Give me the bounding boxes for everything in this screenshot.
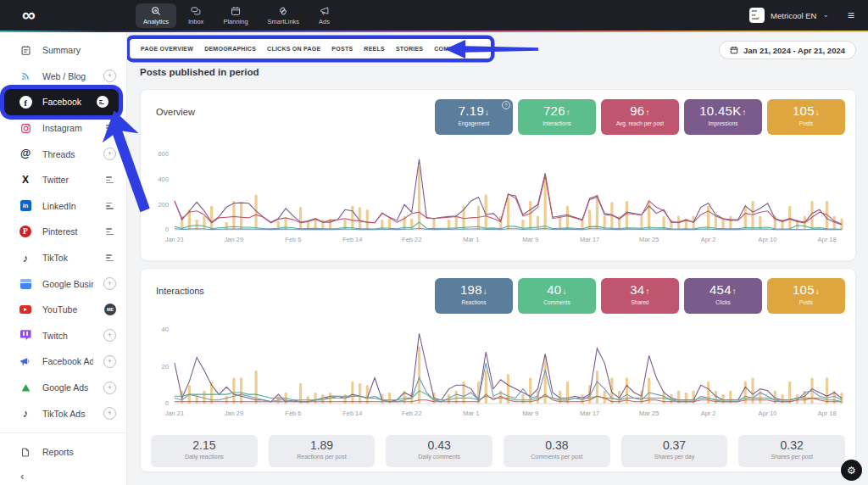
metric-card-posts[interactable]: 105↓Posts bbox=[767, 99, 845, 135]
sidebar-item-label: Google Business ... bbox=[42, 279, 93, 289]
metric-card-interactions[interactable]: 726↑Interactions bbox=[518, 99, 596, 135]
sidebar-item-twitch[interactable]: Twitch+ bbox=[0, 323, 126, 349]
metric-label: Engagement bbox=[435, 120, 513, 126]
stat-card-daily-comments[interactable]: 0.43Daily comments bbox=[386, 435, 492, 467]
metric-value: 198↓ bbox=[435, 282, 513, 298]
svg-text:Apr 18: Apr 18 bbox=[818, 236, 837, 243]
metric-value: 454↑ bbox=[684, 282, 762, 298]
sidebar-item-web-blog[interactable]: Web / Blog+ bbox=[0, 64, 126, 90]
tab-clicks-on-page[interactable]: CLICKS ON PAGE bbox=[267, 46, 320, 52]
metric-card-clicks[interactable]: 454↑Clicks bbox=[684, 278, 762, 314]
metric-card-engagement[interactable]: 7.19↓Engagement? bbox=[435, 99, 513, 135]
sidebar-item-label: Twitch bbox=[42, 331, 93, 341]
top-nav-ads[interactable]: Ads bbox=[311, 3, 337, 28]
sidebar-item-threads[interactable]: @Threads+ bbox=[0, 141, 126, 167]
analytics-icon bbox=[151, 6, 161, 16]
trend-down-icon: ↓ bbox=[485, 108, 489, 117]
pinterest-icon: P bbox=[19, 226, 32, 237]
metric-label: Avg. reach per post bbox=[601, 120, 679, 126]
svg-text:Apr 10: Apr 10 bbox=[759, 236, 777, 243]
tab-page-overview[interactable]: PAGE OVERVIEW bbox=[141, 46, 193, 52]
svg-text:Mar 25: Mar 25 bbox=[639, 410, 659, 417]
top-nav-smartlinks[interactable]: SmartLinks bbox=[260, 3, 308, 28]
metric-label: Reactions bbox=[435, 299, 513, 305]
top-nav-label: Analytics bbox=[143, 18, 169, 25]
svg-text:Feb 22: Feb 22 bbox=[402, 236, 421, 243]
top-nav-analytics[interactable]: Analytics bbox=[136, 3, 176, 28]
sidebar-item-tiktok-ads[interactable]: ♪TikTok Ads+ bbox=[0, 400, 126, 426]
account-menu[interactable]: metricool Metricool EN ⌄ bbox=[749, 0, 829, 31]
svg-text:Mar 1: Mar 1 bbox=[463, 410, 479, 417]
stat-card-comments-per-post[interactable]: 0.38Comments per post bbox=[504, 435, 610, 467]
svg-text:Mar 25: Mar 25 bbox=[639, 236, 659, 243]
tab-posts[interactable]: POSTS bbox=[331, 46, 353, 52]
sidebar-item-reports[interactable]: Reports bbox=[0, 439, 126, 465]
stat-card-shares-per-day[interactable]: 0.37Shares per day bbox=[621, 435, 728, 467]
top-nav-planning[interactable]: Planning bbox=[215, 3, 255, 28]
top-nav-label: Planning bbox=[223, 18, 248, 25]
metric-card-impressions[interactable]: 10.45K↑Impressions bbox=[684, 99, 762, 135]
trend-up-icon: ↑ bbox=[566, 108, 570, 117]
svg-text:0: 0 bbox=[165, 226, 169, 233]
stat-card-shares-per-post[interactable]: 0.32Shares per post bbox=[738, 435, 845, 467]
svg-text:40: 40 bbox=[162, 326, 169, 333]
metric-value: 40↓ bbox=[518, 282, 596, 298]
avatar: metricool bbox=[749, 8, 765, 23]
sidebar-item-google-business[interactable]: Google Business ...+ bbox=[0, 270, 126, 297]
svg-text:Jan 29: Jan 29 bbox=[225, 410, 243, 417]
metric-label: Interactions bbox=[518, 120, 596, 126]
sidebar-item-linkedin[interactable]: inLinkedIn bbox=[0, 193, 126, 220]
metric-card-avg-reach-per-post[interactable]: 96↑Avg. reach per post bbox=[601, 99, 679, 135]
add-connection-icon[interactable]: + bbox=[103, 329, 116, 342]
sidebar-item-summary[interactable]: Summary bbox=[0, 37, 126, 64]
sidebar-item-pinterest[interactable]: PPinterest bbox=[0, 219, 126, 245]
sidebar-divider bbox=[0, 432, 126, 433]
stat-card-daily-reactions[interactable]: 2.15Daily reactions bbox=[151, 435, 258, 467]
overview-chart[interactable]: 0200400600Jan 21Jan 29Feb 6Feb 14Feb 22M… bbox=[149, 142, 847, 254]
sidebar-item-google-ads[interactable]: Google Ads+ bbox=[0, 375, 126, 401]
interactions-chart[interactable]: 02040Jan 21Jan 29Feb 6Feb 14Feb 22Mar 1M… bbox=[149, 318, 847, 428]
add-connection-icon[interactable]: + bbox=[103, 148, 116, 160]
svg-text:0: 0 bbox=[165, 399, 169, 407]
metric-card-posts[interactable]: 105↓Posts bbox=[767, 278, 845, 314]
svg-text:Mar 17: Mar 17 bbox=[580, 236, 599, 243]
svg-text:Mar 9: Mar 9 bbox=[522, 410, 538, 417]
sidebar-item-tiktok[interactable]: ♪TikTok bbox=[0, 245, 126, 271]
metricool-logo-icon[interactable]: ∞ bbox=[22, 0, 36, 31]
stat-value: 0.38 bbox=[504, 438, 610, 452]
sidebar-items: SummaryWeb / Blog+fFacebookInstagram@Thr… bbox=[0, 37, 126, 465]
svg-text:600: 600 bbox=[158, 150, 168, 158]
svg-text:Feb 6: Feb 6 bbox=[285, 410, 301, 417]
stat-card-reactions-per-post[interactable]: 1.89Reactions per post bbox=[269, 435, 376, 467]
sidebar-item-facebook-ads[interactable]: Facebook Ads+ bbox=[0, 348, 126, 375]
stat-value: 0.32 bbox=[738, 438, 845, 452]
add-connection-icon[interactable]: + bbox=[103, 407, 116, 420]
stat-label: Shares per post bbox=[738, 454, 845, 460]
tab-reels[interactable]: REELS bbox=[364, 46, 385, 52]
sidebar-item-facebook[interactable]: fFacebook bbox=[4, 89, 119, 115]
sidebar-item-youtube[interactable]: YouTubeME bbox=[0, 297, 126, 323]
info-icon[interactable]: ? bbox=[502, 101, 510, 109]
settings-gear-button[interactable]: ⚙ bbox=[841, 460, 862, 481]
metric-card-comments[interactable]: 40↓Comments bbox=[518, 278, 596, 314]
interactions-panel: Interactions 198↓Reactions40↓Comments34↑… bbox=[140, 268, 856, 472]
date-range-picker[interactable]: Jan 21, 2024 - Apr 21, 2024 bbox=[719, 41, 856, 59]
trend-up-icon: ↑ bbox=[743, 108, 747, 117]
hamburger-menu-icon[interactable]: ≡ bbox=[848, 0, 854, 31]
tab-stories[interactable]: STORIES bbox=[396, 46, 423, 52]
sidebar-collapse-button[interactable]: ‹ bbox=[20, 470, 24, 482]
add-connection-icon[interactable]: + bbox=[103, 382, 116, 394]
chevron-down-icon: ⌄ bbox=[822, 10, 829, 19]
sidebar-item-twitter[interactable]: XTwitter bbox=[0, 167, 126, 193]
top-nav-inbox[interactable]: Inbox bbox=[181, 3, 211, 28]
tab-demographics[interactable]: DEMOGRAPHICS bbox=[204, 46, 256, 52]
stat-label: Shares per day bbox=[621, 454, 728, 460]
tab-competitors[interactable]: COMPETITORS bbox=[434, 46, 480, 52]
add-connection-icon[interactable]: + bbox=[103, 70, 116, 82]
sidebar-item-instagram[interactable]: Instagram bbox=[0, 115, 126, 142]
metric-card-shared[interactable]: 34↑Shared bbox=[601, 278, 679, 314]
add-connection-icon[interactable]: + bbox=[103, 355, 116, 368]
youtube-icon bbox=[19, 305, 32, 315]
add-connection-icon[interactable]: + bbox=[103, 277, 116, 290]
metric-card-reactions[interactable]: 198↓Reactions bbox=[435, 278, 513, 314]
